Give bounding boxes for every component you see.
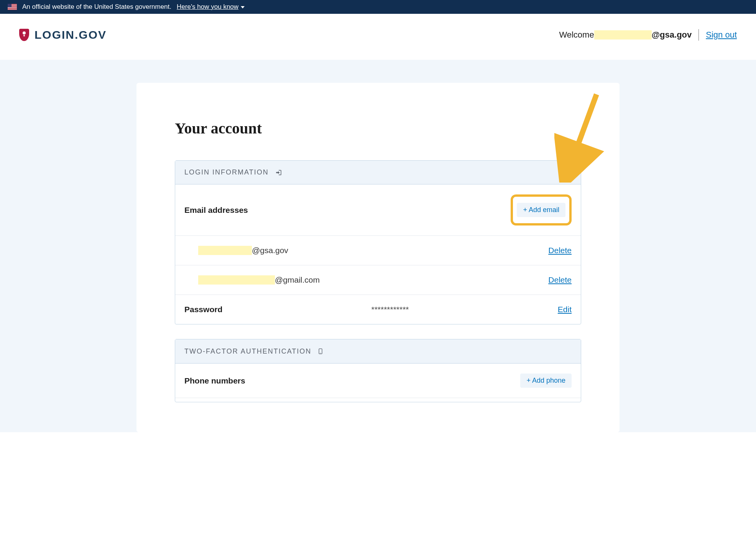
password-label: Password <box>184 305 222 314</box>
password-row: Password ************ Edit <box>175 295 581 324</box>
welcome-prefix: Welcome <box>559 30 594 40</box>
tfa-panel: TWO-FACTOR AUTHENTICATION Phone numbers … <box>175 339 581 402</box>
redacted-email-local <box>198 275 275 285</box>
login-info-panel: LOGIN INFORMATION Email addresses + Add … <box>175 160 581 324</box>
delete-email-link[interactable]: Delete <box>548 246 572 255</box>
gov-banner: An official website of the United States… <box>0 0 756 14</box>
page-title: Your account <box>175 119 581 137</box>
redacted-username <box>594 30 652 40</box>
emails-header-row: Email addresses + Add email <box>175 184 581 236</box>
how-you-know-toggle[interactable]: Here's how you know <box>177 3 245 11</box>
add-email-button[interactable]: + Add email <box>517 203 565 217</box>
welcome-domain: @gsa.gov <box>652 30 692 40</box>
page-body: Your account LOGIN INFORMATION Email add… <box>0 60 756 432</box>
shield-icon <box>19 29 29 41</box>
password-mask: ************ <box>222 305 558 314</box>
phones-header-row: Phone numbers + Add phone <box>175 364 581 398</box>
account-card: Your account LOGIN INFORMATION Email add… <box>136 83 620 432</box>
chevron-down-icon <box>241 6 245 8</box>
annotation-highlight: + Add email <box>511 194 572 225</box>
phones-label: Phone numbers <box>184 376 245 385</box>
delete-email-link[interactable]: Delete <box>548 275 572 285</box>
us-flag-icon <box>8 4 17 10</box>
site-header: LOGIN.GOV Welcome @gsa.gov Sign out <box>0 14 756 60</box>
divider <box>698 29 699 41</box>
sign-out-link[interactable]: Sign out <box>706 30 737 40</box>
phone-icon <box>317 347 324 356</box>
login-info-header: LOGIN INFORMATION <box>175 161 581 184</box>
email-row: @gmail.com Delete <box>175 265 581 295</box>
gov-banner-text: An official website of the United States… <box>22 3 171 11</box>
edit-password-link[interactable]: Edit <box>558 305 572 314</box>
login-info-heading: LOGIN INFORMATION <box>184 168 269 176</box>
emails-label: Email addresses <box>184 206 248 215</box>
signin-icon <box>275 169 283 176</box>
email-value: @gsa.gov <box>184 246 288 255</box>
tfa-header: TWO-FACTOR AUTHENTICATION <box>175 339 581 364</box>
tfa-heading: TWO-FACTOR AUTHENTICATION <box>184 347 311 356</box>
email-value: @gmail.com <box>184 275 320 285</box>
redacted-email-local <box>198 246 252 255</box>
email-domain: @gmail.com <box>275 275 320 285</box>
email-domain: @gsa.gov <box>252 246 288 255</box>
email-row: @gsa.gov Delete <box>175 236 581 265</box>
how-you-know-label: Here's how you know <box>177 3 238 11</box>
user-area: Welcome @gsa.gov Sign out <box>559 29 737 41</box>
logo-text: LOGIN.GOV <box>35 28 107 41</box>
phone-row-placeholder <box>175 398 581 402</box>
logo[interactable]: LOGIN.GOV <box>19 28 107 41</box>
add-phone-button[interactable]: + Add phone <box>520 374 572 388</box>
